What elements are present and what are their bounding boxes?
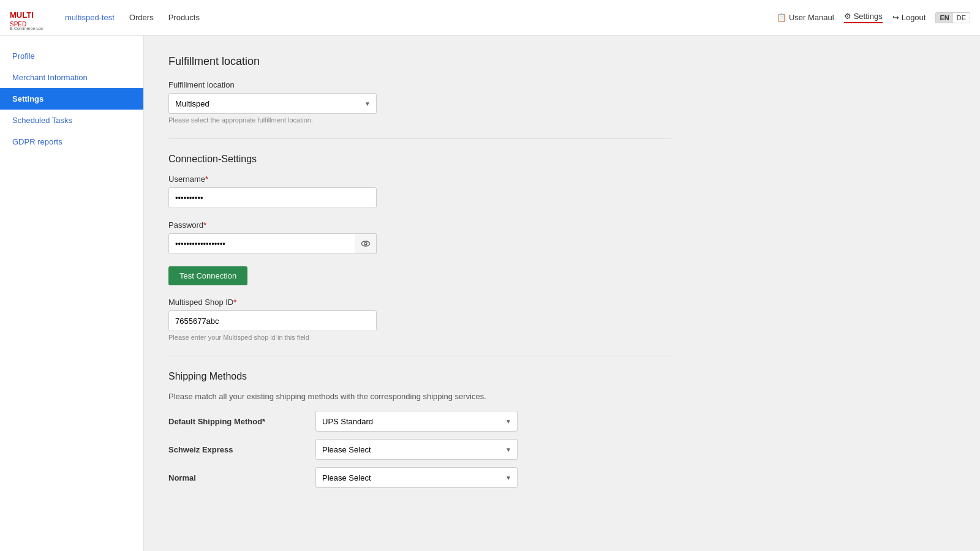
language-switcher: EN DE: [935, 12, 970, 23]
password-toggle-button[interactable]: [355, 233, 377, 254]
sidebar: Profile Merchant Information Settings Sc…: [0, 36, 144, 551]
manual-icon: 📋: [777, 13, 786, 22]
sidebar-item-scheduled-tasks[interactable]: Scheduled Tasks: [0, 110, 143, 131]
username-label: Username*: [168, 174, 671, 184]
normal-shipping-select-wrapper: Please Select UPS Standard: [315, 467, 518, 488]
content-area: Fulfillment location Fulfillment locatio…: [144, 36, 695, 551]
fulfillment-hint: Please select the appropriate fulfillmen…: [168, 116, 671, 124]
svg-text:MULTI: MULTI: [10, 10, 34, 20]
lang-de[interactable]: DE: [953, 13, 970, 23]
svg-text:E-Commerce Logistics: E-Commerce Logistics: [10, 26, 43, 30]
default-shipping-select-wrapper: UPS Standard Please Select: [315, 411, 518, 432]
settings-label: Settings: [854, 12, 883, 21]
divider-1: [168, 138, 671, 139]
username-required: *: [205, 174, 208, 184]
test-connection-button[interactable]: Test Connection: [168, 266, 247, 285]
shop-id-label: Multisped Shop ID*: [168, 298, 671, 307]
nav-store[interactable]: multisped-test: [60, 10, 119, 24]
logo: MULTI SPED E-Commerce Logistics: [10, 6, 45, 30]
username-group: Username*: [168, 174, 671, 208]
header-right: 📋 User Manaul ⚙ Settings ↪ Logout EN DE: [777, 12, 970, 23]
page-title: Fulfillment location: [168, 55, 671, 68]
user-manual-label: User Manaul: [789, 13, 834, 22]
password-group: Password*: [168, 220, 671, 254]
main-wrapper: Profile Merchant Information Settings Sc…: [0, 36, 980, 551]
shipping-row-normal: Normal Please Select UPS Standard: [168, 467, 671, 488]
logout-icon: ↪: [892, 13, 899, 22]
default-shipping-select[interactable]: UPS Standard Please Select: [315, 411, 518, 432]
password-label: Password*: [168, 220, 671, 230]
schweiz-shipping-select[interactable]: Please Select UPS Standard: [315, 439, 518, 460]
user-manual-link[interactable]: 📋 User Manaul: [777, 13, 834, 22]
header: MULTI SPED E-Commerce Logistics multispe…: [0, 0, 980, 36]
fulfillment-location-select[interactable]: Multisped: [168, 93, 377, 114]
sidebar-item-merchant-info[interactable]: Merchant Information: [0, 67, 143, 88]
username-input[interactable]: [168, 187, 377, 208]
lang-en[interactable]: EN: [936, 13, 952, 23]
sidebar-item-profile[interactable]: Profile: [0, 45, 143, 67]
shop-id-group: Multisped Shop ID* 7655677abc Please ent…: [168, 298, 671, 341]
logout-label: Logout: [902, 13, 926, 22]
divider-2: [168, 356, 671, 356]
shipping-label-normal: Normal: [168, 473, 303, 482]
password-input[interactable]: [168, 233, 377, 254]
schweiz-shipping-select-wrapper: Please Select UPS Standard: [315, 439, 518, 460]
svg-point-4: [364, 242, 367, 245]
fulfillment-select-wrapper: Multisped: [168, 93, 377, 114]
fulfillment-location-group: Fulfillment location Multisped Please se…: [168, 80, 671, 124]
nav-orders[interactable]: Orders: [124, 10, 159, 24]
settings-link[interactable]: ⚙ Settings: [844, 12, 883, 23]
password-required: *: [203, 220, 206, 230]
normal-shipping-select[interactable]: Please Select UPS Standard: [315, 467, 518, 488]
header-nav: multisped-test Orders Products: [60, 10, 777, 24]
shop-id-required: *: [233, 298, 236, 307]
fulfillment-location-label: Fulfillment location: [168, 80, 671, 89]
settings-icon: ⚙: [844, 12, 851, 21]
svg-point-3: [361, 241, 369, 246]
shipping-row-schweiz: Schweiz Express Please Select UPS Standa…: [168, 439, 671, 460]
default-required: *: [262, 417, 265, 426]
shipping-methods-title: Shipping Methods: [168, 371, 671, 382]
shipping-label-schweiz: Schweiz Express: [168, 445, 303, 454]
shipping-label-default: Default Shipping Method*: [168, 417, 303, 426]
shipping-row-default: Default Shipping Method* UPS Standard Pl…: [168, 411, 671, 432]
password-wrapper: [168, 233, 377, 254]
sidebar-item-settings[interactable]: Settings: [0, 88, 143, 110]
nav-products[interactable]: Products: [164, 10, 205, 24]
sidebar-item-gdpr-reports[interactable]: GDPR reports: [0, 131, 143, 152]
shipping-description: Please match all your existing shipping …: [168, 392, 671, 401]
shop-id-input[interactable]: 7655677abc: [168, 310, 377, 331]
shop-id-hint: Please enter your Multisped shop id in t…: [168, 334, 671, 341]
logout-link[interactable]: ↪ Logout: [892, 13, 926, 22]
connection-settings-title: Connection-Settings: [168, 154, 671, 165]
